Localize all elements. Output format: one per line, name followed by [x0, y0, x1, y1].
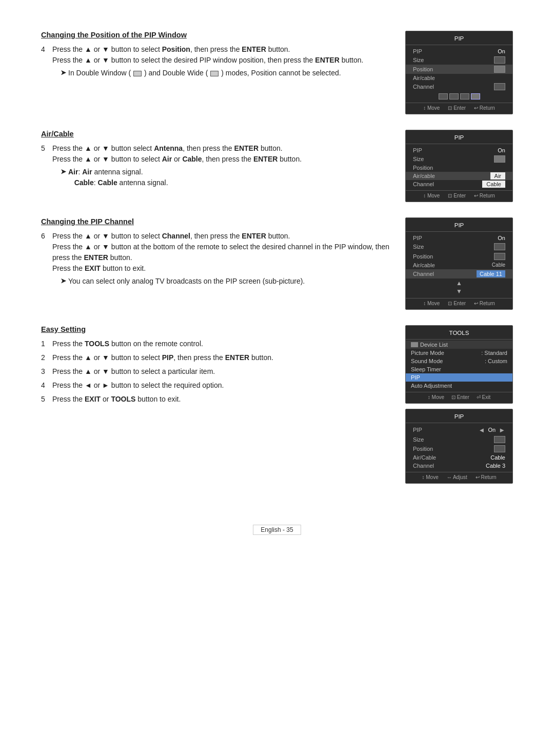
tools-sleep-timer: Sleep Timer: [406, 365, 512, 373]
osd-footer-3: ↕ Move ⊡ Enter ↩ Return: [406, 298, 512, 307]
easy-setting-panels: TOOLS Device List Picture Mode :Standard…: [405, 325, 513, 484]
easy-step-num-4: 4: [41, 380, 48, 391]
easy-setting-heading: Easy Setting: [41, 325, 390, 333]
tools-osd: TOOLS Device List Picture Mode :Standard…: [405, 325, 513, 404]
step-6-body: Press the ▲ or ▼ button to select Channe…: [52, 231, 390, 289]
section-easy-setting: Easy Setting 1 Press the TOOLS button on…: [41, 325, 513, 484]
footer-enter-2: ⊡ Enter: [448, 193, 466, 198]
easy-step-3: 3 Press the ▲ or ▼ button to select a pa…: [41, 366, 390, 377]
air-cable-text: Air/Cable 5 Press the ▲ or ▼ button sele…: [41, 130, 395, 202]
device-list-label: Device List: [420, 342, 448, 348]
pip2-aircable-row: Air/Cable Cable: [406, 453, 512, 462]
pip2-title: PIP: [406, 411, 512, 423]
cable-dropdown: Cable: [482, 181, 505, 188]
footer-move-3: ↕ Move: [423, 301, 440, 306]
footer-return-3: ↩ Return: [474, 301, 495, 306]
pip2-footer-adjust: ↔ Adjust: [447, 474, 467, 480]
tools-auto-adjust: Auto Adjustment: [406, 382, 512, 390]
size-thumb-2: [494, 155, 505, 163]
pip-channel-heading: Changing the PIP Channel: [41, 217, 390, 226]
pip-value: On: [488, 427, 496, 433]
tools-device-list: Device List: [406, 341, 512, 349]
tools-footer-move: ↕ Move: [428, 394, 444, 400]
footer-move-2: ↕ Move: [423, 193, 440, 198]
section-air-cable: Air/Cable 5 Press the ▲ or ▼ button sele…: [41, 130, 513, 202]
easy-step-4-body: Press the ◄ or ► button to select the re…: [52, 380, 390, 391]
osd-aircable-row-1: Air/cable: [406, 74, 512, 82]
pip-position-osd: PIP PIP On Size Position Air/cable: [405, 31, 513, 114]
osd-position-row-1: Position: [406, 65, 512, 74]
step-num-6: 6: [41, 231, 48, 289]
tools-title: TOOLS: [406, 328, 512, 340]
channel-select: Cable 11: [477, 270, 505, 277]
pip2-position-row: Position: [406, 444, 512, 453]
double-wide-icon: [210, 71, 219, 76]
air-cable-osd: PIP PIP On Size Position Air/cable Air: [405, 130, 513, 202]
easy-step-num-5: 5: [41, 394, 48, 405]
channel-thumb-1: [494, 83, 505, 90]
note-text-3: You can select only analog TV broadcasts…: [68, 276, 305, 287]
pip-channel-text: Changing the PIP Channel 6 Press the ▲ o…: [41, 217, 395, 309]
pip-channel-osd: PIP PIP On Size Position Air/cable Cable: [405, 217, 513, 309]
size-thumb-1: [494, 56, 505, 64]
page-number: English - 35: [253, 525, 301, 535]
osd-pip-row-1: PIP On: [406, 47, 512, 55]
osd-aircable-row-3: Air/cable Cable: [406, 261, 512, 269]
osd-footer-2: ↕ Move ⊡ Enter ↩ Return: [406, 190, 512, 200]
section-pip-position: Changing the Position of the PIP Window …: [41, 31, 513, 114]
note-text-2: Air: Air antenna signal. Cable: Cable an…: [68, 167, 168, 188]
pip2-size-row: Size: [406, 435, 512, 444]
pip-position-panel: PIP PIP On Size Position Air/cable: [405, 31, 513, 114]
osd-channel-row-2: Channel Cable: [406, 180, 512, 188]
osd-aircable-row-2: Air/cable Air: [406, 172, 512, 180]
easy-step-1: 1 Press the TOOLS button on the remote c…: [41, 339, 390, 349]
pip2-channel-row: Channel Cable 3: [406, 462, 512, 470]
size-thumb-4: [494, 436, 505, 443]
osd-footer-1: ↕ Move ⊡ Enter ↩ Return: [406, 103, 512, 112]
tools-footer: ↕ Move ⊡ Enter ⏎ Exit: [406, 392, 512, 401]
step-5-body: Press the ▲ or ▼ button select Antenna, …: [52, 143, 390, 190]
easy-step-num-1: 1: [41, 339, 48, 349]
easy-step-num-3: 3: [41, 366, 48, 377]
pos-thumb-1: [494, 66, 505, 73]
osd-pip-row-2: PIP On: [406, 146, 512, 154]
osd-pip-title-2: PIP: [406, 132, 512, 144]
easy-step-3-body: Press the ▲ or ▼ button to select a part…: [52, 366, 390, 377]
pip-channel-panel: PIP PIP On Size Position Air/cable Cable: [405, 217, 513, 309]
osd-size-row-2: Size: [406, 154, 512, 164]
easy-setting-text: Easy Setting 1 Press the TOOLS button on…: [41, 325, 395, 484]
note-arrow-3: ➤: [61, 276, 66, 287]
footer-return-1: ↩ Return: [474, 105, 495, 111]
step-num-4: 4: [41, 44, 48, 81]
step-num-5: 5: [41, 143, 48, 190]
pip2-osd: PIP PIP ◄ On ► Size Position: [405, 409, 513, 484]
tools-footer-exit: ⏎ Exit: [477, 394, 490, 400]
footer-return-2: ↩ Return: [474, 193, 495, 198]
step-4-note: ➤ In Double Window ( ) and Double Wide (…: [61, 68, 390, 78]
pip2-footer-move: ↕ Move: [422, 474, 438, 480]
easy-step-4: 4 Press the ◄ or ► button to select the …: [41, 380, 390, 391]
step-4: 4 Press the ▲ or ▼ button to select Posi…: [41, 44, 390, 81]
tools-sound-mode: Sound Mode :Custom: [406, 357, 512, 365]
pip-left-arrow: ◄: [479, 426, 485, 434]
note-arrow: ➤: [61, 68, 66, 78]
step-5: 5 Press the ▲ or ▼ button select Antenna…: [41, 143, 390, 190]
pip-position-text: Changing the Position of the PIP Window …: [41, 31, 395, 114]
step-6-note: ➤ You can select only analog TV broadcas…: [61, 276, 390, 287]
page-content: Changing the Position of the PIP Window …: [0, 0, 554, 566]
footer-enter-1: ⊡ Enter: [448, 105, 466, 111]
easy-step-2: 2 Press the ▲ or ▼ button to select PIP,…: [41, 352, 390, 363]
osd-size-row-1: Size: [406, 55, 512, 65]
pip2-footer: ↕ Move ↔ Adjust ↩ Return: [406, 472, 512, 481]
size-thumb-3: [494, 243, 505, 250]
osd-channel-row-3: Channel Cable 11: [406, 269, 512, 278]
osd-pip-title-1: PIP: [406, 33, 512, 45]
pip-position-heading: Changing the Position of the PIP Window: [41, 31, 390, 39]
device-list-icon: [411, 342, 418, 347]
tools-pip-row: PIP: [406, 373, 512, 382]
pos-opt-3: [460, 93, 469, 100]
easy-step-1-body: Press the TOOLS button on the remote con…: [52, 339, 390, 349]
air-cable-heading: Air/Cable: [41, 130, 390, 138]
easy-step-5-body: Press the EXIT or TOOLS button to exit.: [52, 394, 390, 405]
note-text: In Double Window ( ) and Double Wide ( )…: [68, 68, 341, 78]
